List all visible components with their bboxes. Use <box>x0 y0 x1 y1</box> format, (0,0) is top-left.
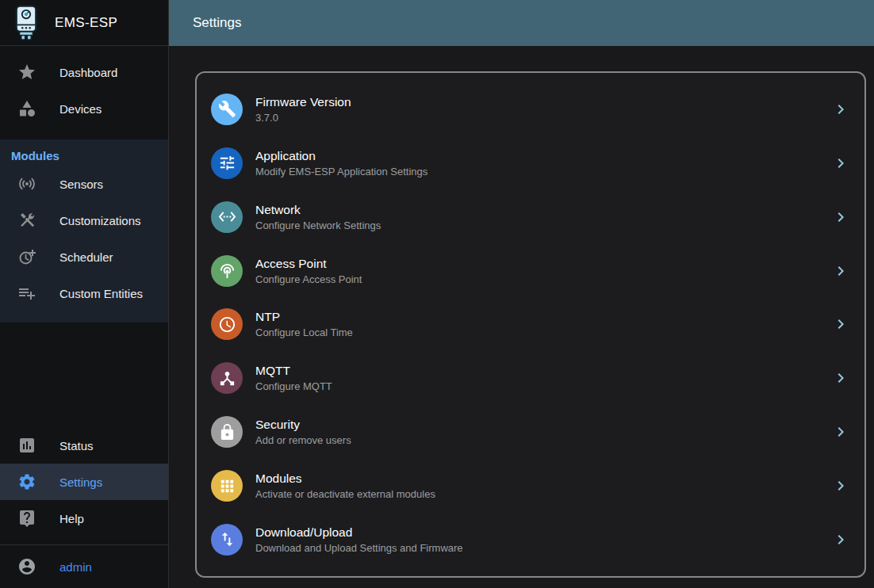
row-subtitle: Configure Local Time <box>255 326 818 338</box>
row-subtitle: Configure Access Point <box>255 273 818 285</box>
settings-row-ntp[interactable]: NTP Configure Local Time <box>209 305 852 343</box>
row-subtitle: Add or remove users <box>255 434 818 446</box>
row-subtitle: Download and Upload Settings and Firmwar… <box>255 542 818 554</box>
settings-row-download-upload[interactable]: Download/Upload Download and Upload Sett… <box>209 521 852 559</box>
playlist-add-icon <box>17 284 36 303</box>
row-subtitle: Configure MQTT <box>255 380 818 392</box>
row-subtitle: Modify EMS-ESP Application Settings <box>255 166 818 178</box>
sidebar-item-custom-entities[interactable]: Custom Entities <box>0 275 168 311</box>
settings-row-access-point[interactable]: Access Point Configure Access Point <box>209 252 852 290</box>
sidebar-item-sensors[interactable]: Sensors <box>0 166 168 202</box>
sidebar-item-scheduler[interactable]: Scheduler <box>0 239 168 275</box>
chevron-right-icon <box>831 368 850 388</box>
row-title: Network <box>255 203 818 217</box>
row-subtitle: 3.7.0 <box>255 112 818 124</box>
row-title: Access Point <box>255 257 818 271</box>
chevron-right-icon <box>831 262 850 281</box>
ethernet-icon <box>211 201 243 233</box>
sidebar-item-label: Custom Entities <box>59 287 143 300</box>
sidebar-item-label: Settings <box>59 475 102 489</box>
clock-plus-icon <box>17 247 36 266</box>
account-circle-icon <box>17 557 36 576</box>
sidebar-item-help[interactable]: Help <box>0 500 168 536</box>
row-title: Firmware Version <box>255 95 818 109</box>
row-title: NTP <box>255 310 818 324</box>
category-icon <box>17 99 36 118</box>
signed-in-user: admin <box>59 560 92 574</box>
boiler-logo-icon <box>11 4 41 41</box>
sidebar-item-status[interactable]: Status <box>0 427 168 464</box>
sidebar-item-label: Devices <box>59 102 102 116</box>
gear-icon <box>17 472 36 491</box>
app-title: EMS-ESP <box>55 15 117 31</box>
sidebar-item-settings[interactable]: Settings <box>0 464 168 500</box>
app-bar: Settings <box>169 0 874 46</box>
row-title: Download/Upload <box>255 525 818 540</box>
modules-section: Modules Sensors Customizations <box>0 139 168 323</box>
bar-chart-icon <box>17 436 36 455</box>
sidebar-item-label: Scheduler <box>59 250 113 264</box>
chevron-right-icon <box>831 422 850 441</box>
chevron-right-icon <box>831 208 850 227</box>
sidebar-item-dashboard[interactable]: Dashboard <box>0 54 168 90</box>
chevron-right-icon <box>831 100 850 119</box>
sidebar-item-label: Help <box>59 512 84 525</box>
sidebar-item-label: Sensors <box>59 178 103 191</box>
sidebar-item-customizations[interactable]: Customizations <box>0 202 168 239</box>
content-column: Settings Firmware Version 3.7.0 Applicat… <box>169 0 874 588</box>
import-export-icon <box>211 524 243 556</box>
row-title: Application <box>255 149 818 163</box>
sensors-icon <box>17 174 36 193</box>
settings-card: Firmware Version 3.7.0 Application Modif… <box>195 71 866 578</box>
settings-row-mqtt[interactable]: MQTT Configure MQTT <box>209 359 852 397</box>
clock-icon <box>211 308 243 340</box>
help-bubble-icon <box>17 509 36 528</box>
row-title: Modules <box>255 472 818 486</box>
sidebar: EMS-ESP Dashboard Devices Modules Sensor… <box>0 0 169 588</box>
row-title: MQTT <box>255 364 818 378</box>
settings-row-network[interactable]: Network Configure Network Settings <box>209 198 852 236</box>
sidebar-item-label: Dashboard <box>59 66 117 79</box>
main-content: Firmware Version 3.7.0 Application Modif… <box>169 46 874 588</box>
sidebar-header: EMS-ESP <box>0 0 168 46</box>
chevron-right-icon <box>831 315 850 334</box>
wrench-icon <box>211 94 243 125</box>
apps-icon <box>211 470 243 502</box>
tools-icon <box>17 211 36 230</box>
sidebar-item-devices[interactable]: Devices <box>0 90 168 127</box>
wifi-tethering-icon <box>211 255 243 287</box>
chevron-right-icon <box>831 154 850 173</box>
row-title: Security <box>255 418 818 432</box>
row-subtitle: Configure Network Settings <box>255 220 818 231</box>
sidebar-item-label: Customizations <box>59 214 141 227</box>
chevron-right-icon <box>831 476 850 495</box>
sidebar-item-admin[interactable]: admin <box>0 545 168 588</box>
settings-row-modules[interactable]: Modules Activate or deactivate external … <box>209 467 852 505</box>
tune-icon <box>211 147 243 179</box>
lock-icon <box>211 416 243 448</box>
chevron-right-icon <box>831 530 850 549</box>
star-icon <box>17 63 36 82</box>
device-hub-icon <box>211 362 243 394</box>
page-title: Settings <box>193 15 241 31</box>
sidebar-item-label: Status <box>59 439 94 452</box>
settings-row-firmware-version[interactable]: Firmware Version 3.7.0 <box>209 90 852 128</box>
modules-section-header: Modules <box>0 139 168 166</box>
row-subtitle: Activate or deactivate external modules <box>255 488 818 500</box>
settings-row-application[interactable]: Application Modify EMS-ESP Application S… <box>209 144 852 182</box>
settings-row-security[interactable]: Security Add or remove users <box>209 413 852 451</box>
